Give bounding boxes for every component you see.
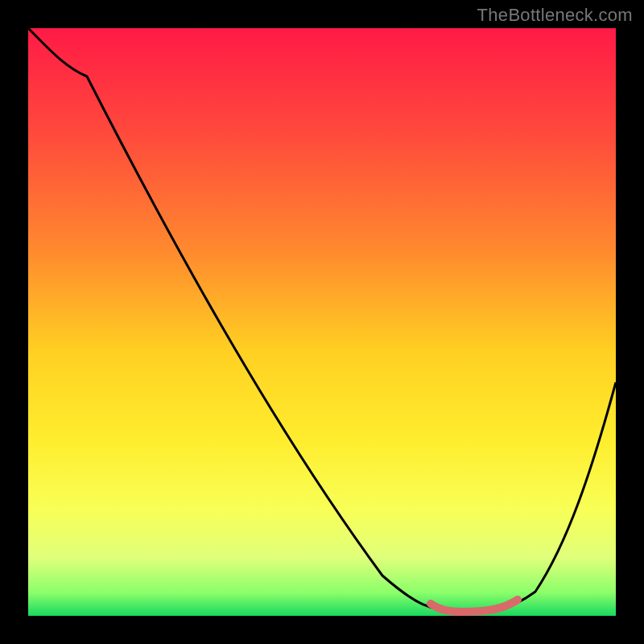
highlight-segment — [431, 600, 518, 612]
chart-frame: TheBottleneck.com — [0, 0, 644, 644]
plot-area — [28, 28, 616, 616]
bottleneck-curve — [28, 28, 616, 612]
chart-svg — [28, 28, 616, 616]
watermark-text: TheBottleneck.com — [477, 5, 633, 26]
